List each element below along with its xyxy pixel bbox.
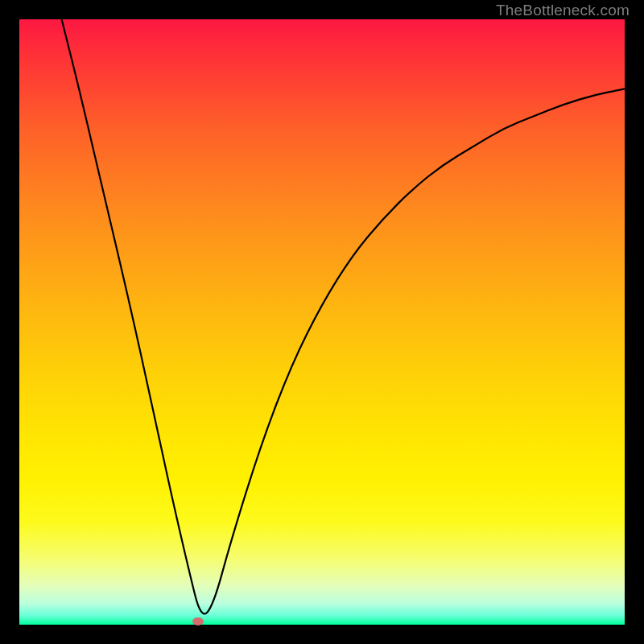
min-marker <box>192 617 204 625</box>
chart-frame: TheBottleneck.com <box>0 0 644 644</box>
plot-area <box>19 19 625 625</box>
bottleneck-curve <box>19 19 625 625</box>
watermark-text: TheBottleneck.com <box>496 2 630 19</box>
